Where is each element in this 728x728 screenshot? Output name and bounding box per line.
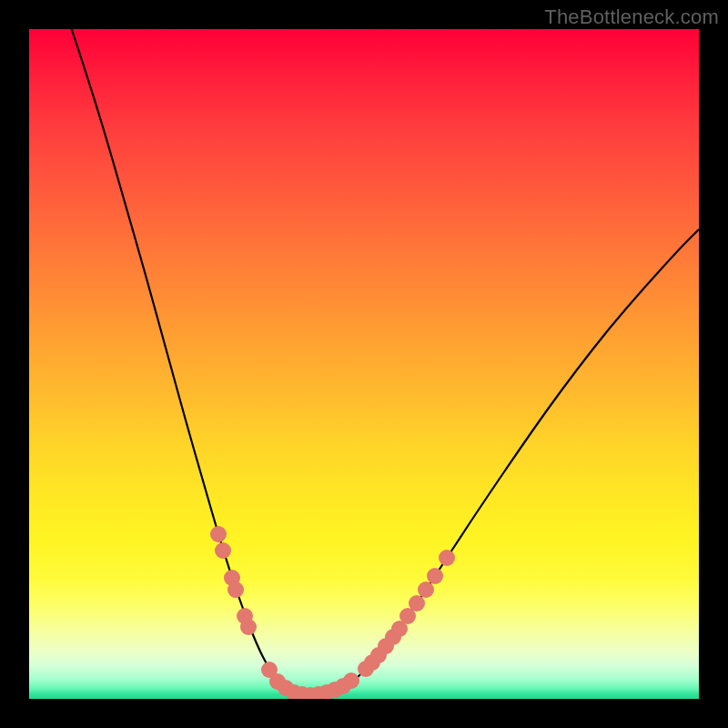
data-marker bbox=[427, 568, 443, 584]
plot-area bbox=[29, 29, 699, 699]
chart-frame: TheBottleneck.com bbox=[0, 0, 728, 728]
data-marker bbox=[228, 581, 244, 598]
data-marker bbox=[210, 526, 227, 542]
chart-svg bbox=[29, 29, 699, 699]
bottleneck-curve bbox=[66, 29, 699, 696]
data-marker bbox=[409, 595, 425, 612]
markers-left bbox=[210, 526, 257, 635]
data-marker bbox=[215, 542, 231, 559]
data-marker bbox=[439, 550, 455, 566]
markers-trough bbox=[261, 662, 359, 699]
data-marker bbox=[240, 619, 257, 635]
data-marker bbox=[418, 581, 434, 598]
curve-path bbox=[66, 29, 699, 696]
watermark-text: TheBottleneck.com bbox=[544, 5, 719, 29]
data-marker bbox=[343, 672, 359, 689]
